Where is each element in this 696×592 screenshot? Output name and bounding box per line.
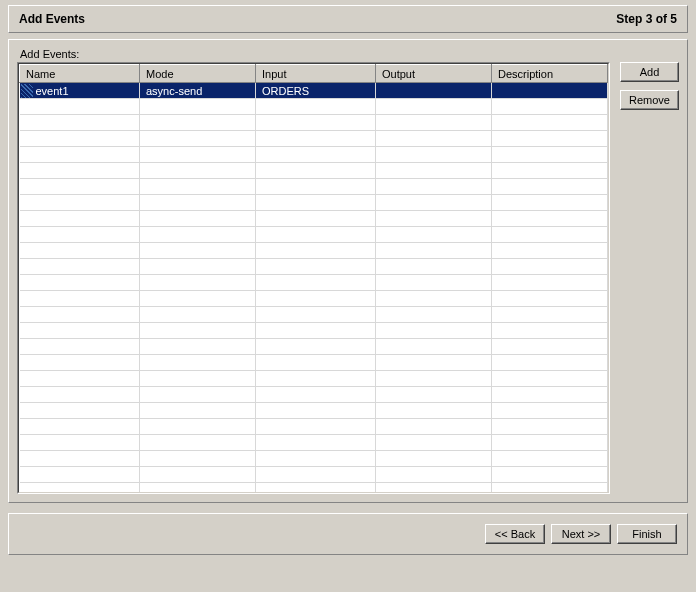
table-cell[interactable] — [140, 323, 256, 339]
table-cell[interactable] — [20, 131, 140, 147]
table-cell[interactable] — [492, 355, 608, 371]
table-cell[interactable] — [20, 451, 140, 467]
table-cell[interactable] — [256, 355, 376, 371]
table-cell[interactable] — [376, 259, 492, 275]
table-cell[interactable] — [376, 195, 492, 211]
table-cell[interactable] — [376, 147, 492, 163]
table-cell[interactable] — [256, 227, 376, 243]
table-cell[interactable] — [492, 451, 608, 467]
table-cell[interactable] — [140, 307, 256, 323]
table-cell[interactable] — [140, 483, 256, 494]
table-cell[interactable] — [256, 243, 376, 259]
table-cell[interactable] — [20, 147, 140, 163]
table-cell[interactable] — [20, 275, 140, 291]
table-cell[interactable] — [140, 435, 256, 451]
table-cell[interactable] — [256, 435, 376, 451]
table-row[interactable] — [20, 195, 608, 211]
table-row[interactable] — [20, 99, 608, 115]
table-cell[interactable] — [140, 243, 256, 259]
table-cell[interactable] — [376, 291, 492, 307]
table-cell[interactable] — [256, 467, 376, 483]
table-row[interactable] — [20, 451, 608, 467]
table-cell[interactable] — [20, 355, 140, 371]
table-cell[interactable] — [492, 307, 608, 323]
events-table[interactable]: Name Mode Input Output Description event… — [19, 64, 608, 493]
table-cell[interactable] — [140, 131, 256, 147]
table-cell[interactable] — [256, 275, 376, 291]
table-cell[interactable] — [256, 195, 376, 211]
table-cell[interactable] — [492, 227, 608, 243]
table-cell[interactable] — [140, 211, 256, 227]
table-cell[interactable] — [256, 115, 376, 131]
table-cell[interactable] — [492, 147, 608, 163]
table-row[interactable] — [20, 163, 608, 179]
table-cell[interactable] — [376, 179, 492, 195]
table-cell[interactable] — [492, 131, 608, 147]
table-cell[interactable] — [140, 275, 256, 291]
finish-button[interactable]: Finish — [617, 524, 677, 544]
table-row[interactable] — [20, 435, 608, 451]
table-cell[interactable] — [376, 83, 492, 99]
table-cell[interactable] — [20, 467, 140, 483]
table-cell[interactable] — [256, 323, 376, 339]
table-cell[interactable] — [20, 291, 140, 307]
table-cell[interactable] — [256, 291, 376, 307]
table-cell[interactable] — [140, 451, 256, 467]
table-cell[interactable] — [256, 387, 376, 403]
table-row[interactable]: event1async-sendORDERS — [20, 83, 608, 99]
table-cell[interactable] — [140, 355, 256, 371]
table-cell[interactable] — [492, 387, 608, 403]
col-description[interactable]: Description — [492, 65, 608, 83]
table-row[interactable] — [20, 259, 608, 275]
table-cell[interactable] — [20, 259, 140, 275]
table-row[interactable] — [20, 227, 608, 243]
table-row[interactable] — [20, 147, 608, 163]
table-cell[interactable] — [376, 483, 492, 494]
table-cell[interactable] — [256, 211, 376, 227]
table-cell[interactable] — [492, 259, 608, 275]
table-cell[interactable] — [376, 355, 492, 371]
remove-button[interactable]: Remove — [620, 90, 679, 110]
table-cell[interactable] — [376, 163, 492, 179]
table-cell[interactable] — [376, 275, 492, 291]
table-cell[interactable] — [376, 371, 492, 387]
table-row[interactable] — [20, 243, 608, 259]
table-cell[interactable] — [376, 131, 492, 147]
table-cell[interactable] — [256, 179, 376, 195]
col-mode[interactable]: Mode — [140, 65, 256, 83]
table-cell[interactable] — [20, 483, 140, 494]
table-cell[interactable] — [20, 243, 140, 259]
table-cell[interactable] — [20, 307, 140, 323]
table-cell[interactable] — [492, 179, 608, 195]
table-cell[interactable] — [140, 163, 256, 179]
table-cell[interactable] — [492, 323, 608, 339]
table-cell[interactable] — [376, 419, 492, 435]
table-cell[interactable] — [140, 195, 256, 211]
table-cell[interactable] — [376, 227, 492, 243]
table-cell[interactable] — [256, 131, 376, 147]
table-cell[interactable] — [492, 371, 608, 387]
add-button[interactable]: Add — [620, 62, 679, 82]
table-cell[interactable] — [492, 291, 608, 307]
table-cell[interactable] — [256, 99, 376, 115]
table-cell[interactable] — [492, 211, 608, 227]
table-row[interactable] — [20, 339, 608, 355]
table-cell[interactable] — [376, 387, 492, 403]
table-cell[interactable] — [256, 403, 376, 419]
table-cell[interactable] — [140, 227, 256, 243]
next-button[interactable]: Next >> — [551, 524, 611, 544]
table-row[interactable] — [20, 115, 608, 131]
table-cell[interactable] — [140, 179, 256, 195]
table-cell[interactable] — [376, 211, 492, 227]
table-cell[interactable] — [376, 451, 492, 467]
table-cell[interactable] — [492, 163, 608, 179]
table-cell[interactable] — [256, 163, 376, 179]
table-row[interactable] — [20, 323, 608, 339]
table-cell[interactable] — [492, 99, 608, 115]
table-cell[interactable] — [140, 371, 256, 387]
table-cell[interactable] — [376, 339, 492, 355]
table-cell[interactable] — [376, 307, 492, 323]
table-cell[interactable]: event1 — [20, 83, 140, 99]
col-output[interactable]: Output — [376, 65, 492, 83]
table-cell[interactable] — [20, 195, 140, 211]
